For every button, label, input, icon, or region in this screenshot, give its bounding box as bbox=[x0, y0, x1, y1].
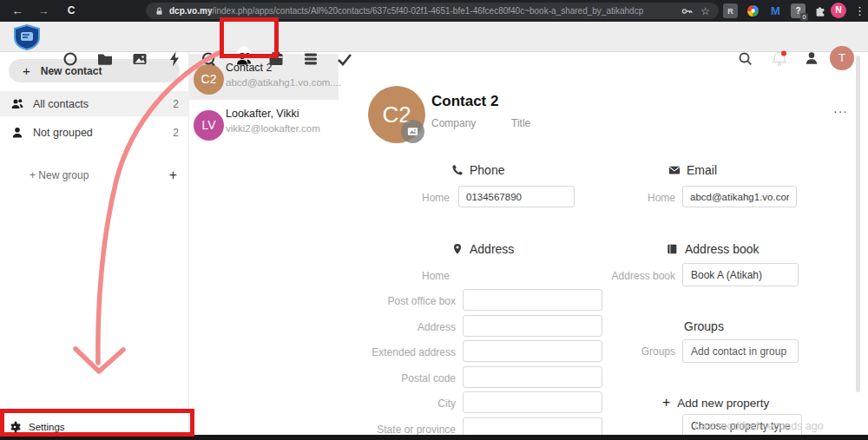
phone-section-title: Phone bbox=[470, 163, 504, 177]
browser-forward-button[interactable]: → bbox=[35, 3, 52, 19]
sidebar-item-all-contacts[interactable]: All contacts 2 bbox=[0, 91, 189, 116]
browser-menu-icon[interactable]: ⋮ bbox=[854, 3, 865, 19]
contacts-menu-icon[interactable] bbox=[804, 50, 819, 66]
last-modified-text: Last modified seconds ago bbox=[694, 420, 824, 432]
email-section-header: Email bbox=[668, 163, 717, 177]
window-bottom-edge bbox=[0, 435, 868, 440]
search-icon[interactable] bbox=[737, 50, 754, 68]
contact-email: abcd@atikahg1.vo.com.... bbox=[226, 77, 341, 88]
email-type-label[interactable]: Home bbox=[573, 192, 675, 204]
calendar-app-icon[interactable] bbox=[266, 49, 286, 69]
groups-section-header: Groups bbox=[684, 319, 724, 333]
contact-detail-panel: C2 Contact 2 ··· Phone Home Email Home A… bbox=[339, 52, 868, 435]
city-input[interactable] bbox=[463, 391, 602, 413]
email-input[interactable] bbox=[682, 186, 797, 207]
contact-list-item[interactable]: LV Lookafter, Vikki vikki2@lookafter.com bbox=[189, 100, 339, 146]
email-section-title: Email bbox=[687, 163, 717, 177]
contacts-app-icon[interactable] bbox=[234, 49, 253, 69]
browser-back-button[interactable]: ← bbox=[9, 3, 26, 19]
app-header: T bbox=[0, 22, 868, 52]
photos-app-icon[interactable] bbox=[130, 49, 149, 69]
add-new-property-button[interactable]: + Add new property bbox=[662, 395, 769, 410]
address-section-title: Address bbox=[470, 242, 514, 256]
email-icon bbox=[668, 164, 681, 176]
talk-app-icon[interactable] bbox=[199, 49, 218, 69]
plus-icon: + bbox=[30, 169, 36, 181]
url-domain: dcp.vo.my bbox=[169, 6, 212, 16]
add-new-property-label: Add new property bbox=[677, 397, 769, 410]
contact-list: C2 Contact 2 abcd@atikahg1.vo.com.... LV… bbox=[189, 52, 339, 435]
phone-section-header: Phone bbox=[451, 163, 504, 177]
map-pin-icon bbox=[451, 243, 464, 255]
plus-icon: + bbox=[23, 63, 30, 78]
phone-icon bbox=[451, 164, 464, 176]
address-field-label: State or province bbox=[334, 424, 456, 436]
new-group-label: + New group bbox=[30, 169, 169, 181]
tasks-app-icon[interactable] bbox=[335, 49, 354, 69]
url-path: /index.php/apps/contacts/All%20contacts/… bbox=[212, 6, 643, 16]
address-field-label: City bbox=[334, 397, 456, 410]
contact-detail-name: Contact 2 bbox=[431, 93, 498, 110]
address-section-header: Address bbox=[451, 242, 514, 256]
contact-name: Lookafter, Vikki bbox=[226, 108, 299, 120]
phone-input[interactable] bbox=[458, 186, 575, 207]
groups-section-title: Groups bbox=[684, 319, 724, 333]
app-logo-shield-icon[interactable] bbox=[12, 24, 42, 50]
phone-type-label[interactable]: Home bbox=[365, 192, 450, 204]
browser-toolbar: ← → C dcp.vo.my/index.php/apps/contacts/… bbox=[0, 0, 868, 22]
address-input[interactable] bbox=[463, 315, 602, 337]
address-book-section-header: Address book bbox=[667, 242, 760, 256]
new-group-text: New group bbox=[38, 169, 89, 181]
extension-icon-question[interactable]: ? 0 bbox=[791, 3, 806, 18]
title-field[interactable] bbox=[511, 117, 563, 129]
company-field[interactable] bbox=[431, 117, 501, 129]
upload-photo-icon[interactable] bbox=[401, 120, 424, 143]
book-icon bbox=[667, 243, 679, 255]
active-app-caret bbox=[236, 45, 252, 52]
address-bar[interactable]: dcp.vo.my/index.php/apps/contacts/All%20… bbox=[146, 3, 719, 19]
address-field-label: Extended address bbox=[334, 346, 456, 358]
extension-badge: 0 bbox=[800, 13, 808, 21]
postal-code-input[interactable] bbox=[463, 366, 602, 388]
new-contact-button[interactable]: + New contact bbox=[9, 59, 180, 82]
extensions-puzzle-icon[interactable] bbox=[812, 3, 827, 18]
url-text: dcp.vo.my/index.php/apps/contacts/All%20… bbox=[169, 6, 674, 16]
extension-icon-r[interactable]: R bbox=[723, 3, 738, 18]
contact-actions-menu-icon[interactable]: ··· bbox=[833, 104, 848, 118]
groups-field-label: Groups bbox=[573, 345, 675, 358]
contacts-sidebar: + New contact All contacts 2 Not grouped… bbox=[0, 52, 189, 435]
settings-label: Settings bbox=[29, 422, 65, 432]
lock-icon bbox=[155, 6, 164, 16]
new-group-button[interactable]: + New group + bbox=[0, 165, 189, 186]
notifications-bell-icon[interactable] bbox=[770, 49, 789, 69]
sidebar-item-not-grouped[interactable]: Not grouped 2 bbox=[0, 120, 189, 145]
files-app-icon[interactable] bbox=[95, 49, 115, 69]
contact-count-badge: 2 bbox=[173, 127, 179, 139]
address-type-label[interactable]: Home bbox=[365, 270, 450, 282]
plus-icon[interactable]: + bbox=[169, 167, 177, 183]
browser-profile-avatar[interactable]: N bbox=[831, 3, 846, 18]
contact-email: vikki2@lookafter.com bbox=[226, 123, 320, 134]
post-office-box-input[interactable] bbox=[463, 289, 602, 311]
single-person-icon bbox=[10, 126, 24, 140]
user-avatar[interactable]: T bbox=[830, 46, 854, 70]
browser-reload-button[interactable]: C bbox=[62, 3, 80, 19]
extension-icon-colorwheel[interactable] bbox=[746, 3, 760, 18]
activity-app-icon[interactable] bbox=[165, 49, 184, 69]
detail-scrollbar[interactable] bbox=[856, 56, 860, 392]
sidebar-item-label: Not grouped bbox=[33, 127, 173, 139]
contact-avatar: C2 bbox=[194, 64, 224, 95]
address-book-section-title: Address book bbox=[685, 242, 760, 256]
dashboard-app-icon[interactable] bbox=[61, 49, 80, 69]
address-field-label: Postal code bbox=[334, 372, 456, 384]
address-book-field-label: Address book bbox=[573, 270, 675, 282]
extension-icon-m[interactable]: M bbox=[768, 3, 783, 18]
gear-icon bbox=[9, 421, 21, 433]
groups-select[interactable]: Add contact in group bbox=[682, 339, 799, 363]
address-field-label: Post office box bbox=[334, 295, 456, 307]
bookmark-star-icon[interactable]: ☆ bbox=[700, 6, 710, 16]
saved-password-key-icon[interactable] bbox=[681, 6, 694, 16]
address-book-select[interactable]: Book A (Atikah) bbox=[682, 263, 799, 286]
deck-app-icon[interactable] bbox=[301, 49, 320, 69]
group-people-icon bbox=[10, 97, 24, 111]
